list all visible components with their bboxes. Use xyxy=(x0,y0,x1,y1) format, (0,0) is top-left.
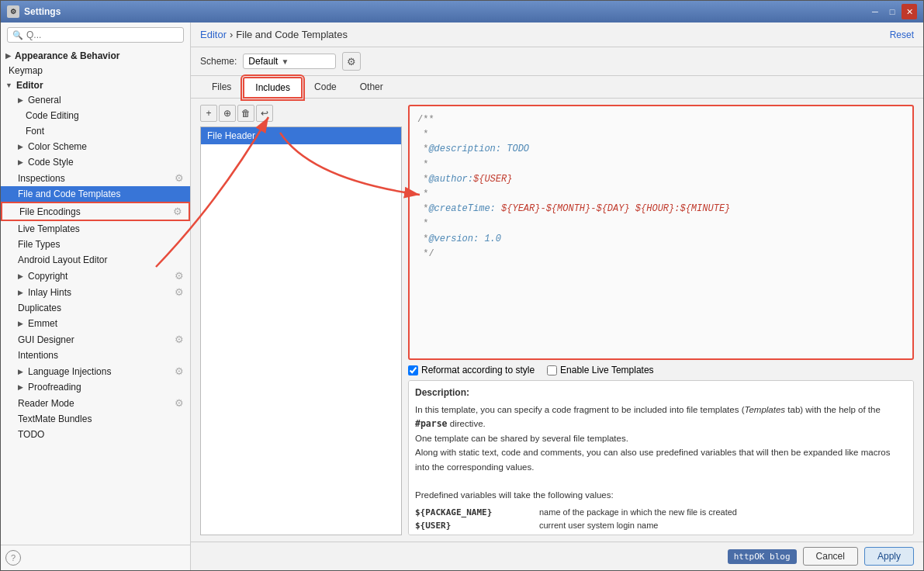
sidebar-item-color-scheme[interactable]: ▶ Color Scheme xyxy=(1,139,190,154)
reformat-label: Reformat according to style xyxy=(421,365,535,375)
settings-icon: ⚙ xyxy=(175,334,184,345)
main-content: Editor › File and Code Templates Reset S… xyxy=(191,22,923,570)
live-templates-checkbox-input[interactable] xyxy=(547,365,557,375)
sidebar-item-label: Editor xyxy=(16,80,43,91)
scheme-dropdown[interactable]: Default ▼ xyxy=(243,54,336,69)
copy-template-button[interactable]: ⊕ xyxy=(219,105,236,122)
sidebar-item-inlay-hints[interactable]: ▶ Inlay Hints ⚙ xyxy=(1,284,190,300)
code-line: * xyxy=(417,157,905,172)
var-desc: current system date xyxy=(539,534,614,535)
arrow-icon: ▼ xyxy=(5,81,12,89)
sidebar-item-label: Emmet xyxy=(28,318,57,329)
sidebar-item-appearance-behavior[interactable]: ▶ Appearance & Behavior xyxy=(1,49,190,63)
code-line: */ xyxy=(417,247,905,261)
arrow-icon: ▶ xyxy=(18,368,23,375)
sidebar-item-label: Duplicates xyxy=(18,303,61,313)
var-row: ${USER} current user system login name xyxy=(415,521,907,531)
arrow-icon: ▶ xyxy=(18,96,23,104)
add-template-button[interactable]: + xyxy=(200,105,217,122)
tab-includes[interactable]: Includes xyxy=(243,77,303,99)
reformat-checkbox[interactable]: Reformat according to style xyxy=(408,365,535,375)
sidebar-item-keymap[interactable]: Keymap xyxy=(1,63,190,78)
var-name: ${DATE} xyxy=(415,534,539,535)
sidebar-item-emmet[interactable]: ▶ Emmet xyxy=(1,316,190,331)
sidebar-item-android-layout-editor[interactable]: Android Layout Editor xyxy=(1,252,190,268)
sidebar-item-label: Copyright xyxy=(28,271,67,282)
sidebar-item-proofreading[interactable]: ▶ Proofreading xyxy=(1,379,190,395)
scheme-gear-button[interactable]: ⚙ xyxy=(342,52,361,71)
description-text: In this template, you can specify a code… xyxy=(415,403,907,503)
code-line: * @createTime: ${YEAR}-${MONTH}-${DAY} $… xyxy=(417,202,905,216)
code-line: * @version: 1.0 xyxy=(417,232,905,247)
var-desc: name of the package in which the new fil… xyxy=(539,507,737,517)
settings-icon: ⚙ xyxy=(175,397,184,409)
maximize-button[interactable]: □ xyxy=(884,4,900,19)
sidebar-item-textmate-bundles[interactable]: TextMate Bundles xyxy=(1,411,190,427)
live-templates-checkbox[interactable]: Enable Live Templates xyxy=(547,365,654,375)
code-line: /** xyxy=(417,112,905,127)
breadcrumb: Editor › File and Code Templates xyxy=(200,29,348,40)
http-badge: httpOK blog xyxy=(728,549,797,564)
reset-link[interactable]: Reset xyxy=(890,29,914,40)
var-row: ${DATE} current system date xyxy=(415,534,907,535)
sidebar-item-reader-mode[interactable]: Reader Mode ⚙ xyxy=(1,395,190,411)
sidebar-item-label: TextMate Bundles xyxy=(18,414,92,424)
sidebar-item-file-types[interactable]: File Types xyxy=(1,237,190,252)
close-button[interactable]: ✕ xyxy=(902,4,917,19)
scheme-bar: Scheme: Default ▼ ⚙ xyxy=(191,47,923,76)
sidebar-item-label: Inlay Hints xyxy=(28,287,71,298)
sidebar-item-label: Keymap xyxy=(9,65,43,76)
sidebar-item-code-editing[interactable]: Code Editing xyxy=(1,108,190,123)
sidebar-item-file-encodings[interactable]: File Encodings ⚙ xyxy=(1,202,190,221)
code-variable: ${USER} xyxy=(473,172,512,187)
main-body: 🔍 ▶ Appearance & Behavior Keymap ▼ Edito… xyxy=(1,22,923,570)
sidebar-item-intentions[interactable]: Intentions xyxy=(1,348,190,363)
search-box[interactable]: 🔍 xyxy=(7,27,184,43)
sidebar-item-editor[interactable]: ▼ Editor xyxy=(1,78,190,92)
sidebar-item-todo[interactable]: TODO xyxy=(1,427,190,442)
tab-other[interactable]: Other xyxy=(348,77,395,99)
scheme-label: Scheme: xyxy=(200,56,237,67)
settings-icon: ⚙ xyxy=(175,270,184,282)
code-line: * @author:${USER} xyxy=(417,172,905,187)
sidebar-bottom: ? xyxy=(1,545,190,570)
sidebar-item-gui-designer[interactable]: GUI Designer ⚙ xyxy=(1,331,190,348)
code-editor[interactable]: /** * * @description: TODO * * @author:$… xyxy=(408,105,914,360)
sidebar-item-language-injections[interactable]: ▶ Language Injections ⚙ xyxy=(1,363,190,379)
description-title: Description: xyxy=(415,387,907,398)
breadcrumb-current: File and Code Templates xyxy=(236,29,348,40)
help-button[interactable]: ? xyxy=(5,550,21,566)
arrow-icon: ▶ xyxy=(18,272,23,280)
sidebar-item-code-style[interactable]: ▶ Code Style xyxy=(1,154,190,170)
sidebar-item-inspections[interactable]: Inspections ⚙ xyxy=(1,170,190,186)
minimize-button[interactable]: ─ xyxy=(867,4,883,19)
arrow-icon: ▶ xyxy=(18,289,23,296)
sidebar-item-general[interactable]: ▶ General xyxy=(1,92,190,108)
sidebar-item-font[interactable]: Font xyxy=(1,123,190,139)
tab-files[interactable]: Files xyxy=(200,77,243,99)
toolbar-row: + ⊕ 🗑 ↩ xyxy=(200,105,402,122)
sidebar-item-label: Color Scheme xyxy=(28,141,87,152)
revert-template-button[interactable]: ↩ xyxy=(256,105,273,122)
cancel-button[interactable]: Cancel xyxy=(803,547,858,566)
delete-template-button[interactable]: 🗑 xyxy=(237,105,254,122)
reformat-checkbox-input[interactable] xyxy=(408,365,418,375)
sidebar-item-file-code-templates[interactable]: File and Code Templates xyxy=(1,186,190,202)
sidebar-item-label: Live Templates xyxy=(18,223,80,234)
variable-table: ${PACKAGE_NAME} name of the package in w… xyxy=(415,507,907,535)
sidebar-item-copyright[interactable]: ▶ Copyright ⚙ xyxy=(1,268,190,284)
template-list: File Header xyxy=(200,126,402,535)
sidebar-item-label: Language Injections xyxy=(28,366,111,377)
sidebar-item-duplicates[interactable]: Duplicates xyxy=(1,300,190,316)
right-panel: /** * * @description: TODO * * @author:$… xyxy=(408,105,914,535)
apply-button[interactable]: Apply xyxy=(864,547,914,566)
code-line: * xyxy=(417,127,905,142)
options-row: Reformat according to style Enable Live … xyxy=(408,365,914,375)
sidebar-item-live-templates[interactable]: Live Templates xyxy=(1,221,190,237)
sidebar-item-label: Code Style xyxy=(28,157,74,168)
template-item-file-header[interactable]: File Header xyxy=(201,127,401,144)
tab-code[interactable]: Code xyxy=(303,77,348,99)
breadcrumb-parent[interactable]: Editor xyxy=(200,29,227,40)
search-input[interactable] xyxy=(26,29,178,40)
sidebar: 🔍 ▶ Appearance & Behavior Keymap ▼ Edito… xyxy=(1,22,191,570)
